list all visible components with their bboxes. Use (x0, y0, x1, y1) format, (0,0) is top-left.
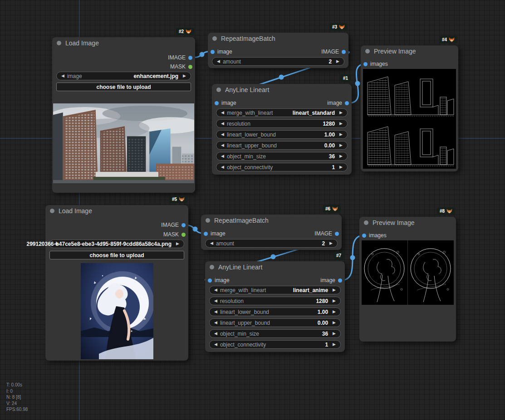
node-preview-image-8[interactable]: #8 Preview Image images (359, 217, 456, 342)
output-slot-mask[interactable]: MASK (163, 230, 186, 239)
slot-dot-icon[interactable] (188, 56, 192, 60)
node-title-bar[interactable]: Preview Image (361, 45, 458, 57)
decrement-arrow-icon[interactable]: ◀ (213, 321, 219, 325)
node-repeat-image-batch-3[interactable]: #3 RepeatImageBatch image IMAGE ◀ amount… (208, 33, 348, 68)
decrement-arrow-icon[interactable]: ◀ (213, 288, 219, 292)
slot-dot-icon[interactable] (211, 50, 215, 54)
increment-arrow-icon[interactable]: ▶ (331, 332, 337, 336)
node-preview-image-4[interactable]: #4 Preview Image images (361, 45, 458, 171)
slot-dot-icon[interactable] (215, 101, 219, 105)
output-slot-mask[interactable]: MASK (170, 63, 192, 71)
slot-dot-icon[interactable] (362, 234, 366, 238)
number-widget-resolution[interactable]: ◀ resolution 1280 ▶ (209, 297, 341, 305)
slot-dot-icon[interactable] (208, 278, 212, 283)
increment-arrow-icon[interactable]: ▶ (181, 74, 187, 78)
node-collapse-dot-icon[interactable] (210, 265, 214, 269)
node-title-bar[interactable]: Load Image (52, 37, 195, 49)
increment-arrow-icon[interactable]: ▶ (331, 321, 337, 325)
number-widget-resolution[interactable]: ◀ resolution 1280 ▶ (216, 119, 348, 128)
input-slot-image[interactable]: image (204, 230, 226, 238)
decrement-arrow-icon[interactable]: ◀ (213, 332, 219, 336)
decrement-arrow-icon[interactable]: ◀ (213, 299, 219, 303)
slot-dot-icon[interactable] (181, 233, 186, 237)
node-title-bar[interactable]: RepeatImageBatch (201, 215, 342, 226)
number-widget-amount[interactable]: ◀ amount 2 ▶ (205, 239, 338, 248)
output-slot-image[interactable]: IMAGE (321, 48, 346, 56)
increment-arrow-icon[interactable]: ▶ (338, 165, 344, 169)
choose-file-button[interactable]: choose file to upload (49, 251, 184, 259)
input-slot-image[interactable]: image (211, 48, 232, 56)
node-anyline-lineart-1[interactable]: #1 AnyLine Lineart image image ◀ merge_w… (212, 84, 352, 175)
number-widget-lineart-lower-bound[interactable]: ◀ lineart_lower_bound 1.00 ▶ (216, 130, 348, 139)
slot-dot-icon[interactable] (181, 223, 186, 227)
node-collapse-dot-icon[interactable] (364, 220, 368, 225)
increment-arrow-icon[interactable]: ▶ (328, 241, 334, 245)
decrement-arrow-icon[interactable]: ◀ (220, 132, 226, 137)
output-slot-image[interactable]: IMAGE (161, 221, 186, 229)
input-slot-image[interactable]: image (215, 99, 236, 107)
combo-widget-merge-with-lineart[interactable]: ◀ merge_with_lineart lineart_standard ▶ (216, 108, 348, 117)
input-slot-images[interactable]: images (363, 60, 388, 68)
node-canvas[interactable]: #2 Load Image IMAGE MASK ◀ image enhance… (0, 0, 505, 420)
node-repeat-image-batch-6[interactable]: #6 RepeatImageBatch image IMAGE ◀ amount… (201, 215, 342, 250)
slot-dot-icon[interactable] (345, 101, 349, 105)
node-title-bar[interactable]: AnyLine Lineart (205, 261, 345, 273)
decrement-arrow-icon[interactable]: ◀ (213, 342, 219, 347)
combo-widget-image[interactable]: ◀ image enhancement.jpg ▶ (56, 72, 191, 80)
slot-dot-icon[interactable] (338, 278, 342, 283)
increment-arrow-icon[interactable]: ▶ (331, 299, 337, 303)
node-collapse-dot-icon[interactable] (206, 218, 210, 223)
input-slot-images[interactable]: images (362, 231, 387, 239)
decrement-arrow-icon[interactable]: ◀ (220, 111, 226, 115)
decrement-arrow-icon[interactable]: ◀ (220, 122, 226, 126)
increment-arrow-icon[interactable]: ▶ (338, 111, 344, 115)
output-slot-image[interactable]: IMAGE (168, 54, 192, 62)
node-load-image-2[interactable]: #2 Load Image IMAGE MASK ◀ image enhance… (52, 37, 195, 193)
number-widget-lineart-upper-bound[interactable]: ◀ lineart_upper_bound 0.00 ▶ (216, 141, 348, 150)
node-collapse-dot-icon[interactable] (50, 209, 54, 213)
node-title-bar[interactable]: RepeatImageBatch (208, 33, 348, 44)
decrement-arrow-icon[interactable]: ◀ (213, 310, 219, 314)
increment-arrow-icon[interactable]: ▶ (338, 122, 344, 126)
number-widget-object-min-size[interactable]: ◀ object_min_size 36 ▶ (209, 329, 341, 338)
increment-arrow-icon[interactable]: ▶ (331, 310, 337, 314)
decrement-arrow-icon[interactable]: ◀ (209, 241, 215, 245)
decrement-arrow-icon[interactable]: ◀ (220, 165, 226, 169)
node-collapse-dot-icon[interactable] (57, 41, 61, 45)
node-title-bar[interactable]: Preview Image (359, 217, 456, 229)
output-slot-image[interactable]: image (327, 99, 349, 107)
increment-arrow-icon[interactable]: ▶ (175, 242, 181, 246)
node-title-bar[interactable]: AnyLine Lineart (212, 84, 352, 96)
number-widget-object-min-size[interactable]: ◀ object_min_size 36 ▶ (216, 152, 348, 161)
slot-dot-icon[interactable] (188, 65, 192, 69)
slot-dot-icon[interactable] (335, 232, 339, 236)
combo-widget-merge-with-lineart[interactable]: ◀ merge_with_lineart lineart_anime ▶ (209, 286, 341, 294)
combo-widget-image-filename[interactable]: ◀ 299120366-b47ce5e8-ebe3-4d95-859f-9cdd… (49, 239, 184, 248)
increment-arrow-icon[interactable]: ▶ (335, 59, 341, 63)
number-widget-lineart-upper-bound[interactable]: ◀ lineart_upper_bound 0.00 ▶ (209, 318, 341, 327)
increment-arrow-icon[interactable]: ▶ (331, 288, 337, 292)
decrement-arrow-icon[interactable]: ◀ (60, 74, 66, 78)
number-widget-object-connectivity[interactable]: ◀ object_connectivity 1 ▶ (209, 340, 341, 349)
node-anyline-lineart-7[interactable]: #7 AnyLine Lineart image image ◀ merge_w… (205, 261, 345, 352)
node-collapse-dot-icon[interactable] (212, 36, 217, 41)
number-widget-lineart-lower-bound[interactable]: ◀ lineart_lower_bound 1.00 ▶ (209, 308, 341, 316)
node-load-image-5[interactable]: #5 Load Image IMAGE MASK ◀ 299120366-b47… (45, 205, 188, 361)
increment-arrow-icon[interactable]: ▶ (338, 154, 344, 158)
slot-dot-icon[interactable] (342, 50, 346, 54)
decrement-arrow-icon[interactable]: ◀ (216, 59, 221, 63)
number-widget-object-connectivity[interactable]: ◀ object_connectivity 1 ▶ (216, 163, 348, 171)
input-slot-image[interactable]: image (208, 276, 230, 284)
output-slot-image[interactable]: image (320, 276, 342, 284)
slot-dot-icon[interactable] (363, 62, 368, 66)
number-widget-amount[interactable]: ◀ amount 2 ▶ (212, 57, 344, 66)
node-collapse-dot-icon[interactable] (365, 49, 370, 54)
node-title-bar[interactable]: Load Image (45, 205, 188, 217)
increment-arrow-icon[interactable]: ▶ (338, 132, 344, 137)
decrement-arrow-icon[interactable]: ◀ (220, 143, 226, 147)
slot-dot-icon[interactable] (204, 232, 208, 236)
increment-arrow-icon[interactable]: ▶ (331, 342, 337, 347)
node-collapse-dot-icon[interactable] (216, 88, 221, 92)
choose-file-button[interactable]: choose file to upload (56, 83, 191, 91)
increment-arrow-icon[interactable]: ▶ (338, 143, 344, 147)
